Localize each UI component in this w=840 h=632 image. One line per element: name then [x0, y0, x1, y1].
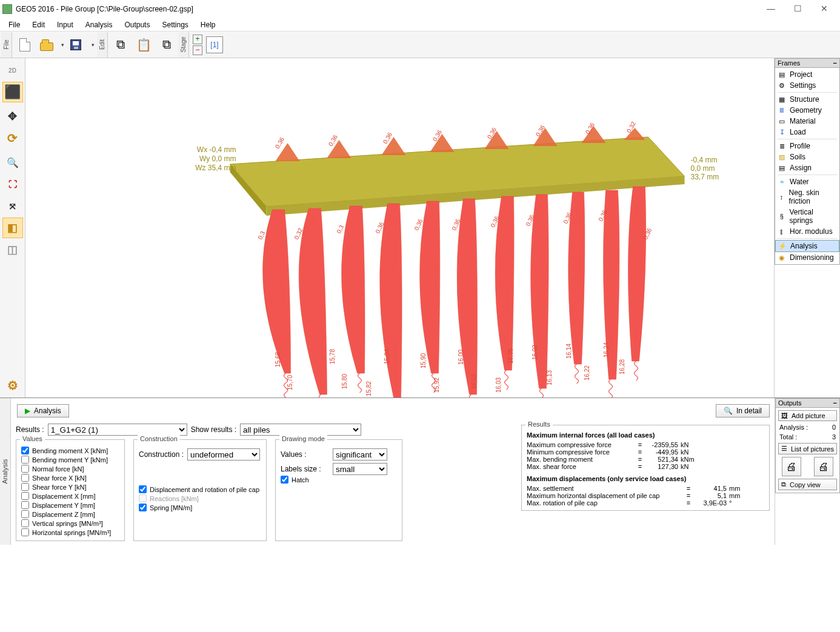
stage-remove-button[interactable]: − [193, 45, 202, 55]
svg-marker-8 [582, 126, 606, 143]
run-analysis-button[interactable]: ▶Analysis [17, 404, 69, 417]
wire-view-button[interactable]: ◫ [2, 239, 23, 260]
chk-value-5[interactable] [21, 492, 29, 500]
svg-text:16,14: 16,14 [565, 344, 572, 359]
show-results-select[interactable]: all piles [240, 424, 361, 436]
frame-water[interactable]: ≈Water [775, 176, 839, 187]
menu-file[interactable]: File [2, 19, 26, 30]
chk-hatch[interactable] [281, 476, 288, 484]
right-displacement-labels: -0,4 mm 0,0 mm 33,7 mm [691, 156, 719, 181]
chk-value-1[interactable] [21, 456, 29, 464]
minimize-button[interactable]: — [758, 1, 784, 18]
frame-structure[interactable]: ▦Structure [775, 94, 839, 105]
print-button-1[interactable]: 🖨 [782, 457, 801, 476]
svg-text:15,80: 15,80 [341, 374, 348, 389]
collapse-icon[interactable]: − [833, 399, 837, 407]
settings-gear-button[interactable]: ⚙ [2, 375, 23, 396]
shaded-view-button[interactable]: ◧ [2, 218, 23, 238]
copy-view-button[interactable]: ⧉Copy view [778, 479, 837, 490]
menu-help[interactable]: Help [195, 19, 222, 30]
outputs-panel-header[interactable]: Outputs − [775, 398, 840, 408]
svg-text:16,13: 16,13 [546, 370, 553, 385]
spring-icon: § [778, 212, 786, 221]
axes-button[interactable]: ⤧ [2, 196, 23, 216]
frame-geometry[interactable]: ⅢGeometry [775, 105, 839, 116]
svg-text:16,02: 16,02 [471, 374, 478, 389]
frame-load[interactable]: ↧Load [775, 127, 839, 138]
svg-text:16,24: 16,24 [603, 342, 610, 358]
frame-material[interactable]: ▭Material [775, 116, 839, 127]
maximize-button[interactable]: ☐ [784, 1, 811, 18]
pan-icon: ✥ [8, 110, 17, 123]
stage-1-tab[interactable]: [1] [206, 36, 223, 53]
add-picture-icon: 🖼 [781, 412, 788, 419]
frame-soils[interactable]: ▨Soils [775, 151, 839, 162]
chk-value-9[interactable] [21, 528, 29, 536]
paste-button[interactable]: 📋 [133, 34, 155, 56]
result-row: Max. settlement=41,5mm [527, 485, 764, 492]
frame-assign[interactable]: ▤Assign [775, 162, 839, 173]
print-button-2[interactable]: 🖨 [814, 457, 833, 476]
chk-spring[interactable] [139, 504, 147, 511]
list-pictures-button[interactable]: ☰List of pictures [778, 443, 837, 454]
frame-profile[interactable]: ≣Profile [775, 141, 839, 151]
values-mode-select[interactable]: significant [333, 448, 387, 461]
3d-viewport[interactable]: Wx -0,4 mm Wy 0,0 mm Wz 35,4 mm -0,4 mm … [25, 58, 775, 397]
svg-text:15,84: 15,84 [384, 349, 390, 364]
menu-settings[interactable]: Settings [156, 19, 194, 30]
new-button[interactable] [14, 34, 36, 56]
view-toolbar: 2D ⬛ ✥ ⟳ 🔍 ⛶ ⤧ ◧ ◫ ⚙ [0, 58, 25, 397]
frame-dimensioning[interactable]: ◉Dimensioning [775, 252, 839, 263]
app-icon [2, 4, 12, 14]
chk-value-2[interactable] [21, 465, 29, 473]
in-detail-button[interactable]: 🔍In detail [716, 404, 770, 417]
menu-input[interactable]: Input [51, 19, 79, 30]
collapse-icon[interactable]: − [833, 59, 837, 67]
frame-vert-springs[interactable]: §Vertical springs [775, 207, 839, 226]
chk-value-3[interactable] [21, 474, 29, 482]
save-button[interactable]: ▾ [67, 34, 96, 56]
frame-hor-modulus[interactable]: ⫿Hor. modulus [775, 226, 839, 237]
chk-reactions [139, 494, 147, 502]
frame-settings[interactable]: ⚙Settings [775, 80, 839, 91]
chk-displacement-rotation[interactable] [139, 485, 147, 493]
chk-value-7[interactable] [21, 510, 29, 518]
paste-special-icon: ⧉ [162, 38, 171, 52]
zoom-window-button[interactable]: 🔍 [2, 152, 23, 173]
frame-project[interactable]: ▤Project [775, 69, 839, 80]
chk-value-0[interactable] [21, 447, 29, 454]
copy-icon: ⧉ [116, 38, 125, 52]
results-select[interactable]: 1_G1+G2 (1) [48, 424, 187, 436]
view-2d-button[interactable]: 2D [2, 60, 23, 81]
pan-button[interactable]: ✥ [2, 106, 23, 127]
orbit-button[interactable]: ⟳ [2, 128, 23, 148]
analysis-icon: ⚡ [778, 242, 787, 250]
view-3d-button[interactable]: ⬛ [2, 82, 23, 102]
results-label: Results : [16, 425, 44, 434]
menu-edit[interactable]: Edit [26, 19, 51, 30]
chk-value-6[interactable] [21, 501, 29, 509]
open-button[interactable]: ▾ [37, 34, 66, 56]
gear-icon: ⚙ [778, 81, 786, 90]
chk-value-8[interactable] [21, 519, 29, 527]
menu-analysis[interactable]: Analysis [79, 19, 119, 30]
menu-outputs[interactable]: Outputs [118, 19, 156, 30]
toolbar-group-file: File [1, 32, 12, 58]
document-icon: ▤ [778, 70, 786, 79]
chk-value-4[interactable] [21, 483, 29, 491]
labels-size-select[interactable]: small [333, 463, 387, 475]
zoom-extent-button[interactable]: ⛶ [2, 174, 23, 195]
list-icon: ☰ [781, 445, 787, 453]
frames-panel-header[interactable]: Frames − [775, 58, 840, 68]
cube-3d-icon: ⬛ [4, 84, 21, 100]
add-picture-button[interactable]: 🖼Add picture [778, 410, 837, 421]
frame-neg-skin[interactable]: ↕Neg. skin friction [775, 187, 839, 207]
paste-special-button[interactable]: ⧉ [156, 34, 178, 56]
frame-analysis[interactable]: ⚡Analysis [775, 240, 839, 252]
copy-button[interactable]: ⧉ [110, 34, 132, 56]
construction-select[interactable]: undeformed [187, 448, 260, 461]
stage-add-button[interactable]: + [193, 35, 202, 44]
close-button[interactable]: ✕ [811, 1, 838, 18]
construction-group: Construction Construction : undeformed D… [133, 439, 267, 541]
svg-text:16,00: 16,00 [458, 350, 464, 365]
